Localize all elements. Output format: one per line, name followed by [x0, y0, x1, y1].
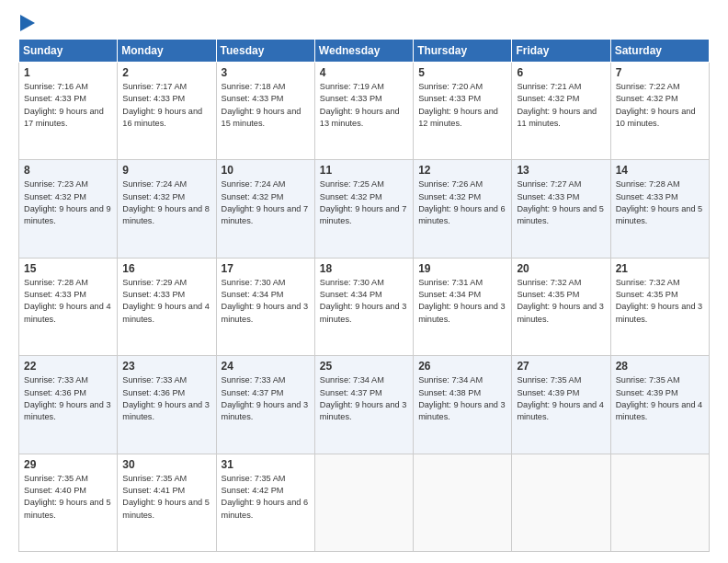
calendar-week-row: 29 Sunrise: 7:35 AMSunset: 4:40 PMDaylig… [19, 454, 710, 551]
day-info: Sunrise: 7:23 AMSunset: 4:32 PMDaylight:… [24, 179, 111, 225]
header [18, 15, 710, 29]
day-info: Sunrise: 7:31 AMSunset: 4:34 PMDaylight:… [418, 278, 506, 324]
day-info: Sunrise: 7:24 AMSunset: 4:32 PMDaylight:… [222, 179, 309, 225]
calendar-cell: 4 Sunrise: 7:19 AMSunset: 4:33 PMDayligh… [314, 63, 413, 160]
calendar-cell: 5 Sunrise: 7:20 AMSunset: 4:33 PMDayligh… [414, 63, 512, 160]
day-number: 12 [418, 164, 506, 177]
calendar-cell: 16 Sunrise: 7:29 AMSunset: 4:33 PMDaylig… [118, 258, 216, 355]
calendar-cell: 28 Sunrise: 7:35 AMSunset: 4:39 PMDaylig… [610, 356, 709, 454]
day-number: 8 [24, 164, 112, 177]
calendar-week-row: 15 Sunrise: 7:28 AMSunset: 4:33 PMDaylig… [19, 258, 710, 355]
day-info: Sunrise: 7:21 AMSunset: 4:32 PMDaylight:… [517, 82, 597, 128]
weekday-header: Sunday [19, 40, 118, 63]
calendar-cell: 13 Sunrise: 7:27 AMSunset: 4:33 PMDaylig… [512, 160, 610, 258]
day-info: Sunrise: 7:28 AMSunset: 4:33 PMDaylight:… [24, 278, 111, 324]
day-number: 15 [24, 262, 112, 275]
day-info: Sunrise: 7:17 AMSunset: 4:33 PMDaylight:… [122, 82, 202, 128]
day-number: 22 [24, 360, 112, 373]
day-number: 7 [616, 66, 704, 79]
day-info: Sunrise: 7:34 AMSunset: 4:37 PMDaylight:… [320, 375, 407, 421]
calendar-cell [512, 454, 610, 551]
calendar-cell: 12 Sunrise: 7:26 AMSunset: 4:32 PMDaylig… [414, 160, 512, 258]
calendar-cell: 15 Sunrise: 7:28 AMSunset: 4:33 PMDaylig… [19, 258, 118, 355]
calendar-body: 1 Sunrise: 7:16 AMSunset: 4:33 PMDayligh… [19, 63, 710, 552]
day-number: 11 [320, 164, 408, 177]
day-number: 17 [222, 262, 310, 275]
day-number: 6 [517, 66, 605, 79]
calendar-cell: 24 Sunrise: 7:33 AMSunset: 4:37 PMDaylig… [216, 356, 314, 454]
day-number: 21 [616, 262, 704, 275]
day-info: Sunrise: 7:25 AMSunset: 4:32 PMDaylight:… [320, 179, 407, 225]
day-number: 28 [616, 360, 704, 373]
day-info: Sunrise: 7:22 AMSunset: 4:32 PMDaylight:… [616, 82, 696, 128]
weekday-header: Thursday [414, 40, 512, 63]
calendar-cell: 31 Sunrise: 7:35 AMSunset: 4:42 PMDaylig… [216, 454, 314, 551]
day-info: Sunrise: 7:24 AMSunset: 4:32 PMDaylight:… [122, 179, 210, 225]
calendar-cell: 30 Sunrise: 7:35 AMSunset: 4:41 PMDaylig… [118, 454, 216, 551]
day-info: Sunrise: 7:26 AMSunset: 4:32 PMDaylight:… [418, 179, 506, 225]
day-number: 10 [222, 164, 310, 177]
day-number: 31 [222, 458, 310, 471]
day-number: 30 [122, 458, 210, 471]
day-info: Sunrise: 7:19 AMSunset: 4:33 PMDaylight:… [320, 82, 400, 128]
day-number: 25 [320, 360, 408, 373]
calendar-cell: 22 Sunrise: 7:33 AMSunset: 4:36 PMDaylig… [19, 356, 118, 454]
calendar-cell: 9 Sunrise: 7:24 AMSunset: 4:32 PMDayligh… [118, 160, 216, 258]
calendar-cell [314, 454, 413, 551]
day-info: Sunrise: 7:34 AMSunset: 4:38 PMDaylight:… [418, 375, 506, 421]
day-number: 2 [122, 66, 210, 79]
day-number: 16 [122, 262, 210, 275]
day-number: 5 [418, 66, 506, 79]
day-number: 26 [418, 360, 506, 373]
calendar-week-row: 1 Sunrise: 7:16 AMSunset: 4:33 PMDayligh… [19, 63, 710, 160]
day-number: 4 [320, 66, 408, 79]
calendar-cell: 2 Sunrise: 7:17 AMSunset: 4:33 PMDayligh… [118, 63, 216, 160]
day-info: Sunrise: 7:35 AMSunset: 4:40 PMDaylight:… [24, 474, 111, 520]
day-info: Sunrise: 7:35 AMSunset: 4:41 PMDaylight:… [122, 474, 210, 520]
day-number: 23 [122, 360, 210, 373]
calendar-cell [610, 454, 709, 551]
day-info: Sunrise: 7:33 AMSunset: 4:37 PMDaylight:… [222, 375, 309, 421]
calendar-cell: 26 Sunrise: 7:34 AMSunset: 4:38 PMDaylig… [414, 356, 512, 454]
calendar-cell: 17 Sunrise: 7:30 AMSunset: 4:34 PMDaylig… [216, 258, 314, 355]
day-info: Sunrise: 7:27 AMSunset: 4:33 PMDaylight:… [517, 179, 604, 225]
day-number: 13 [517, 164, 605, 177]
weekday-header: Friday [512, 40, 610, 63]
day-info: Sunrise: 7:20 AMSunset: 4:33 PMDaylight:… [418, 82, 498, 128]
day-info: Sunrise: 7:32 AMSunset: 4:35 PMDaylight:… [616, 278, 703, 324]
logo-arrow-icon [20, 15, 35, 31]
calendar-cell: 29 Sunrise: 7:35 AMSunset: 4:40 PMDaylig… [19, 454, 118, 551]
calendar-cell [414, 454, 512, 551]
calendar-cell: 8 Sunrise: 7:23 AMSunset: 4:32 PMDayligh… [19, 160, 118, 258]
calendar-cell: 23 Sunrise: 7:33 AMSunset: 4:36 PMDaylig… [118, 356, 216, 454]
calendar-cell: 18 Sunrise: 7:30 AMSunset: 4:34 PMDaylig… [314, 258, 413, 355]
day-number: 29 [24, 458, 112, 471]
calendar-cell: 3 Sunrise: 7:18 AMSunset: 4:33 PMDayligh… [216, 63, 314, 160]
logo [18, 15, 35, 29]
calendar-header-row: SundayMondayTuesdayWednesdayThursdayFrid… [19, 40, 710, 63]
day-info: Sunrise: 7:30 AMSunset: 4:34 PMDaylight:… [320, 278, 407, 324]
day-info: Sunrise: 7:30 AMSunset: 4:34 PMDaylight:… [222, 278, 309, 324]
calendar-cell: 11 Sunrise: 7:25 AMSunset: 4:32 PMDaylig… [314, 160, 413, 258]
calendar-cell: 7 Sunrise: 7:22 AMSunset: 4:32 PMDayligh… [610, 63, 709, 160]
weekday-header: Monday [118, 40, 216, 63]
day-number: 9 [122, 164, 210, 177]
day-info: Sunrise: 7:33 AMSunset: 4:36 PMDaylight:… [122, 375, 210, 421]
calendar-table: SundayMondayTuesdayWednesdayThursdayFrid… [18, 39, 710, 552]
day-number: 27 [517, 360, 605, 373]
day-info: Sunrise: 7:29 AMSunset: 4:33 PMDaylight:… [122, 278, 210, 324]
day-info: Sunrise: 7:35 AMSunset: 4:39 PMDaylight:… [517, 375, 604, 421]
day-number: 18 [320, 262, 408, 275]
day-info: Sunrise: 7:33 AMSunset: 4:36 PMDaylight:… [24, 375, 111, 421]
day-info: Sunrise: 7:32 AMSunset: 4:35 PMDaylight:… [517, 278, 604, 324]
calendar-cell: 10 Sunrise: 7:24 AMSunset: 4:32 PMDaylig… [216, 160, 314, 258]
calendar-week-row: 22 Sunrise: 7:33 AMSunset: 4:36 PMDaylig… [19, 356, 710, 454]
weekday-header: Saturday [610, 40, 709, 63]
calendar-cell: 21 Sunrise: 7:32 AMSunset: 4:35 PMDaylig… [610, 258, 709, 355]
day-number: 1 [24, 66, 112, 79]
day-info: Sunrise: 7:16 AMSunset: 4:33 PMDaylight:… [24, 82, 104, 128]
calendar-cell: 19 Sunrise: 7:31 AMSunset: 4:34 PMDaylig… [414, 258, 512, 355]
day-number: 24 [222, 360, 310, 373]
calendar-cell: 14 Sunrise: 7:28 AMSunset: 4:33 PMDaylig… [610, 160, 709, 258]
day-info: Sunrise: 7:18 AMSunset: 4:33 PMDaylight:… [222, 82, 301, 128]
